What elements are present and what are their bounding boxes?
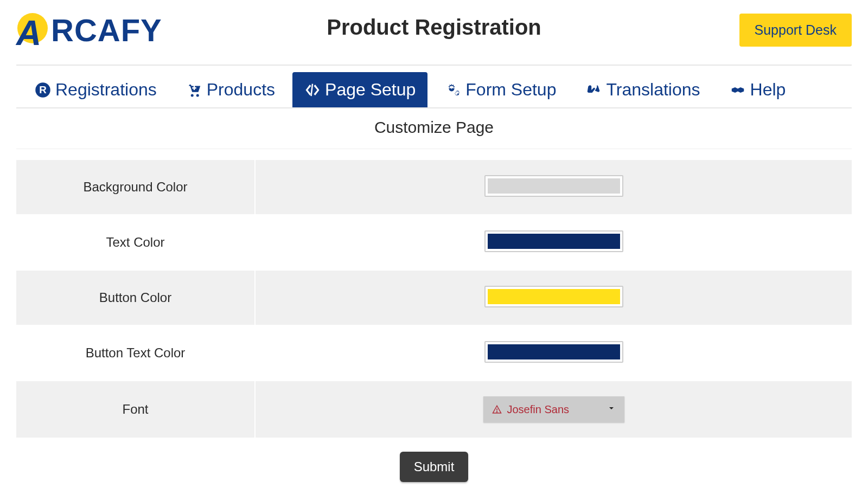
tab-page-setup[interactable]: Page Setup	[292, 72, 427, 107]
svg-text:R: R	[39, 84, 47, 95]
brand-logo: A RCAFY	[16, 12, 162, 48]
tab-translations[interactable]: Translations	[573, 72, 712, 107]
setting-label: Background Color	[16, 160, 255, 215]
setting-label: Font	[16, 381, 255, 438]
button-text-color-picker[interactable]	[488, 344, 620, 359]
brand-mark-icon: A	[16, 14, 49, 47]
divider	[16, 149, 852, 149]
registered-icon: R	[35, 82, 51, 98]
header: A RCAFY Product Registration Support Des…	[16, 5, 852, 65]
tab-label: Form Setup	[465, 80, 556, 100]
warning-icon	[492, 404, 502, 414]
tab-label: Translations	[606, 80, 700, 100]
tab-registrations[interactable]: R Registrations	[23, 72, 169, 107]
table-row: Text Color	[16, 215, 852, 270]
tab-label: Products	[207, 80, 275, 100]
table-row: Button Text Color	[16, 325, 852, 381]
text-color-picker[interactable]	[488, 234, 620, 249]
caret-down-icon	[607, 404, 616, 415]
tab-label: Page Setup	[325, 80, 416, 100]
hands-asl-icon	[585, 82, 602, 98]
gears-icon	[445, 82, 461, 98]
tab-products[interactable]: Products	[174, 72, 287, 107]
font-select-value: Josefin Sans	[507, 403, 607, 416]
setting-label: Text Color	[16, 215, 255, 270]
tab-form-setup[interactable]: Form Setup	[433, 72, 568, 107]
button-color-picker[interactable]	[488, 289, 620, 304]
tab-help[interactable]: Help	[718, 72, 798, 107]
code-icon	[304, 82, 321, 98]
brand-text: RCAFY	[51, 12, 162, 48]
tab-label: Help	[750, 80, 786, 100]
setting-label: Button Text Color	[16, 325, 255, 381]
settings-table: Background Color Text Color Button Color…	[16, 160, 852, 439]
table-row: Background Color	[16, 160, 852, 215]
submit-button[interactable]: Submit	[400, 452, 469, 482]
font-select[interactable]: Josefin Sans	[483, 396, 624, 422]
hands-helping-icon	[730, 82, 746, 98]
setting-label: Button Color	[16, 270, 255, 325]
table-row: Button Color	[16, 270, 852, 325]
tab-label: Registrations	[55, 80, 157, 100]
tab-bar: R Registrations Products Page Setup Form…	[23, 66, 852, 107]
svg-point-3	[496, 412, 497, 412]
table-row: Font Josefin Sans	[16, 381, 852, 438]
background-color-picker[interactable]	[488, 178, 620, 194]
page-title: Product Registration	[327, 15, 541, 40]
support-desk-button[interactable]: Support Desk	[739, 14, 852, 47]
cart-plus-icon	[186, 82, 202, 98]
section-title: Customize Page	[16, 118, 852, 137]
divider	[16, 107, 852, 108]
